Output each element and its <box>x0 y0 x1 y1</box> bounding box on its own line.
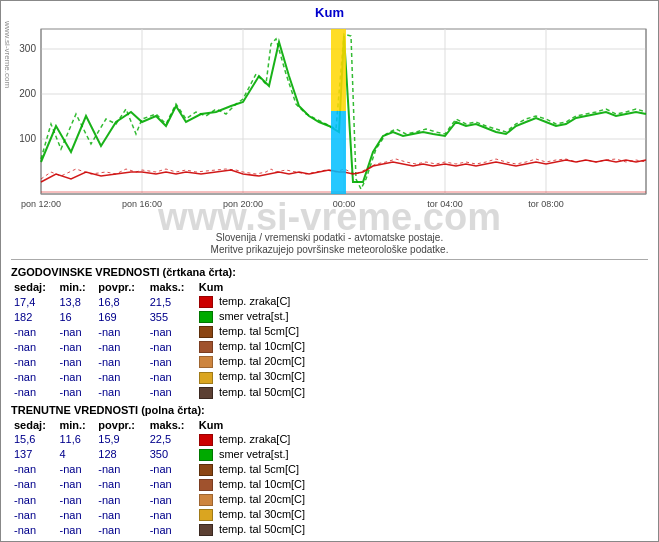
table-row: -nan -nan -nan -nan temp. tal 30cm[C] <box>11 369 331 384</box>
current-data-table: sedaj: min.: povpr.: maks.: Kum 15,6 11,… <box>11 418 331 538</box>
main-container: Kum www.si-vreme.com 100 200 300 <box>0 0 659 542</box>
svg-text:tor 04:00: tor 04:00 <box>427 199 463 209</box>
legend-box-temp-zraka-curr <box>199 434 213 446</box>
table-row: -nan -nan -nan -nan temp. tal 20cm[C] <box>11 354 331 369</box>
col-povpr: povpr.: <box>95 280 146 294</box>
svg-text:00:00: 00:00 <box>333 199 356 209</box>
col-sedaj: sedaj: <box>11 418 56 432</box>
current-title: TRENUTNE VREDNOSTI (polna črta): <box>11 404 648 416</box>
svg-text:200: 200 <box>19 88 36 99</box>
subtitle2: Meritve prikazujejo površinske meteorolo… <box>1 244 658 257</box>
data-section: ZGODOVINSKE VREDNOSTI (črtkana črta): se… <box>1 262 658 541</box>
table-row: -nan -nan -nan -nan temp. tal 30cm[C] <box>11 507 331 522</box>
svg-text:pon 20:00: pon 20:00 <box>223 199 263 209</box>
svg-text:tor 08:00: tor 08:00 <box>528 199 564 209</box>
col-kum: Kum <box>196 280 331 294</box>
table-row: 182 16 169 355 smer vetra[st.] <box>11 309 331 324</box>
table-header-row: sedaj: min.: povpr.: maks.: Kum <box>11 418 331 432</box>
chart-area: Kum www.si-vreme.com 100 200 300 <box>1 1 658 231</box>
historical-data-table: sedaj: min.: povpr.: maks.: Kum 17,4 13,… <box>11 280 331 400</box>
legend-box-tal10-curr <box>199 479 213 491</box>
table-header-row: sedaj: min.: povpr.: maks.: Kum <box>11 280 331 294</box>
historical-title: ZGODOVINSKE VREDNOSTI (črtkana črta): <box>11 266 648 278</box>
legend-box-tal10-hist <box>199 341 213 353</box>
chart-title: Kum <box>1 1 658 22</box>
historical-section: ZGODOVINSKE VREDNOSTI (črtkana črta): se… <box>11 266 648 404</box>
site-logo: www.si-vreme.com <box>3 21 12 88</box>
svg-text:300: 300 <box>19 43 36 54</box>
legend-box-temp-zraka-hist <box>199 296 213 308</box>
legend-box-smer-vetra-curr <box>199 449 213 461</box>
table-row: 17,4 13,8 16,8 21,5 temp. zraka[C] <box>11 294 331 309</box>
svg-text:pon 16:00: pon 16:00 <box>122 199 162 209</box>
legend-box-tal20-curr <box>199 494 213 506</box>
divider1 <box>11 259 648 260</box>
chart-svg: 100 200 300 pon 12:00 pon 16:00 pon 20:0… <box>1 24 658 219</box>
col-kum: Kum <box>196 418 331 432</box>
legend-box-tal20-hist <box>199 356 213 368</box>
legend-box-tal5-hist <box>199 326 213 338</box>
subtitle: Slovenija / vremenski podatki - avtomats… <box>1 231 658 244</box>
table-row: 15,6 11,6 15,9 22,5 temp. zraka[C] <box>11 432 331 447</box>
col-maks: maks.: <box>147 280 196 294</box>
historical-left: sedaj: min.: povpr.: maks.: Kum 17,4 13,… <box>11 280 331 404</box>
historical-table-container: sedaj: min.: povpr.: maks.: Kum 17,4 13,… <box>11 280 648 404</box>
svg-rect-24 <box>331 111 346 194</box>
table-row: -nan -nan -nan -nan temp. tal 10cm[C] <box>11 477 331 492</box>
svg-text:100: 100 <box>19 133 36 144</box>
table-row: 137 4 128 350 smer vetra[st.] <box>11 447 331 462</box>
legend-box-tal50-curr <box>199 524 213 536</box>
col-min: min.: <box>56 280 95 294</box>
legend-box-tal5-curr <box>199 464 213 476</box>
col-maks: maks.: <box>147 418 196 432</box>
table-row: -nan -nan -nan -nan temp. tal 10cm[C] <box>11 339 331 354</box>
col-min: min.: <box>56 418 95 432</box>
current-left: sedaj: min.: povpr.: maks.: Kum 15,6 11,… <box>11 418 331 542</box>
table-row: -nan -nan -nan -nan temp. tal 20cm[C] <box>11 492 331 507</box>
current-table-container: sedaj: min.: povpr.: maks.: Kum 15,6 11,… <box>11 418 648 542</box>
legend-box-tal50-hist <box>199 387 213 399</box>
legend-box-smer-vetra-hist <box>199 311 213 323</box>
svg-text:pon 12:00: pon 12:00 <box>21 199 61 209</box>
svg-rect-23 <box>331 29 346 111</box>
legend-box-tal30-hist <box>199 372 213 384</box>
legend-box-tal30-curr <box>199 509 213 521</box>
table-row: -nan -nan -nan -nan temp. tal 50cm[C] <box>11 385 331 400</box>
col-sedaj: sedaj: <box>11 280 56 294</box>
table-row: -nan -nan -nan -nan temp. tal 5cm[C] <box>11 462 331 477</box>
table-row: -nan -nan -nan -nan temp. tal 50cm[C] <box>11 522 331 537</box>
table-row: -nan -nan -nan -nan temp. tal 5cm[C] <box>11 324 331 339</box>
current-section: TRENUTNE VREDNOSTI (polna črta): sedaj: … <box>11 404 648 542</box>
col-povpr: povpr.: <box>95 418 146 432</box>
